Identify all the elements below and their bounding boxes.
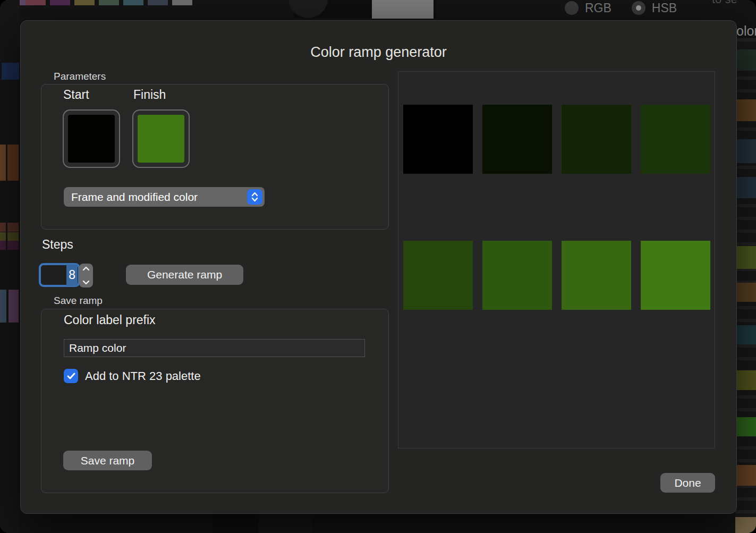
right-color-list-strip — [735, 38, 756, 533]
finish-label: Finish — [133, 88, 166, 102]
ramp-swatch-3[interactable] — [562, 105, 631, 174]
palette-swatch[interactable] — [2, 63, 19, 80]
clipped-color-label: olor — [736, 23, 756, 39]
color-ramp-generator-dialog: Color ramp generator Parameters Start Fi… — [20, 20, 737, 514]
rgb-radio[interactable] — [565, 1, 579, 15]
start-color-well[interactable] — [63, 109, 120, 168]
color-list-item[interactable] — [735, 417, 756, 436]
palette-swatch[interactable] — [74, 0, 95, 5]
ramp-preview-panel — [398, 71, 715, 449]
ramp-mode-dropdown[interactable]: Frame and modified color — [64, 187, 265, 207]
stepper-up-icon — [82, 266, 90, 271]
palette-swatch[interactable] — [9, 290, 19, 323]
rgb-radio-label: RGB — [585, 1, 611, 15]
color-list-item[interactable] — [735, 246, 756, 269]
steps-value-selected-text: 8 — [66, 265, 78, 286]
ramp-swatch-4[interactable] — [641, 105, 710, 174]
palette-swatch[interactable] — [0, 241, 6, 250]
background-panel-seam — [287, 513, 312, 533]
ramp-mode-selected-value: Frame and modified color — [71, 191, 198, 204]
color-list-item[interactable] — [735, 517, 756, 533]
finish-color-chip — [138, 115, 184, 163]
color-list-item[interactable] — [735, 49, 756, 71]
palette-swatch[interactable] — [7, 145, 19, 181]
radio-selected-dot — [636, 5, 641, 11]
checkmark-icon — [67, 373, 75, 379]
palette-swatch[interactable] — [99, 0, 119, 5]
color-list-item[interactable] — [735, 465, 756, 486]
ramp-swatch-2[interactable] — [482, 105, 552, 174]
color-label-prefix-value: Ramp color — [69, 342, 126, 354]
add-to-palette-label: Add to NTR 23 palette — [85, 369, 201, 383]
palette-swatch[interactable] — [0, 223, 6, 232]
color-label-prefix-label: Color label prefix — [64, 313, 156, 327]
add-to-palette-checkbox[interactable] — [64, 369, 78, 383]
dropdown-updown-chevrons-icon — [247, 189, 262, 205]
steps-stepper[interactable] — [79, 264, 93, 287]
color-list-item[interactable] — [735, 139, 756, 163]
color-mode-radio-group: RGB HSB — [565, 0, 677, 16]
palette-swatch[interactable] — [50, 0, 70, 5]
color-label-prefix-input[interactable]: Ramp color — [64, 339, 365, 357]
ramp-swatch-8[interactable] — [641, 241, 710, 310]
palette-swatch[interactable] — [148, 0, 168, 5]
start-color-chip — [68, 115, 115, 163]
palette-swatch[interactable] — [7, 241, 19, 250]
background-panel-seam — [259, 513, 287, 533]
color-list-item[interactable] — [735, 325, 756, 344]
color-list-item[interactable] — [735, 370, 756, 390]
add-to-palette-row: Add to NTR 23 palette — [64, 369, 201, 383]
stepper-down-icon — [82, 280, 90, 285]
hsb-radio-label: HSB — [652, 1, 677, 15]
clipped-text-fragment: to se — [712, 0, 756, 7]
color-list-item[interactable] — [735, 99, 756, 121]
ramp-swatch-1[interactable] — [403, 105, 473, 174]
done-button[interactable]: Done — [660, 473, 715, 493]
color-list-item[interactable] — [735, 283, 756, 302]
palette-swatch[interactable] — [0, 290, 6, 323]
start-label: Start — [63, 88, 89, 102]
hsb-radio[interactable] — [632, 1, 645, 15]
background-slider-handle[interactable] — [372, 0, 434, 19]
background-panel-seam — [213, 513, 259, 533]
dialog-title: Color ramp generator — [21, 44, 736, 61]
ramp-swatch-6[interactable] — [482, 241, 552, 310]
steps-input[interactable]: 8 — [39, 263, 80, 287]
palette-swatch[interactable] — [0, 145, 6, 181]
parameters-section-label: Parameters — [54, 71, 106, 82]
ramp-swatch-5[interactable] — [403, 241, 473, 310]
palette-swatch[interactable] — [7, 232, 19, 241]
palette-swatch[interactable] — [7, 223, 19, 232]
finish-color-well[interactable] — [132, 109, 190, 168]
palette-swatch[interactable] — [123, 0, 143, 5]
palette-swatch[interactable] — [0, 232, 6, 241]
generate-ramp-button[interactable]: Generate ramp — [126, 265, 243, 285]
save-ramp-button[interactable]: Save ramp — [63, 451, 152, 470]
ramp-swatch-7[interactable] — [562, 241, 631, 310]
palette-swatch[interactable] — [172, 0, 192, 5]
screen: RGB HSB to se olor — [0, 0, 756, 533]
save-ramp-section-label: Save ramp — [54, 295, 103, 307]
palette-swatch[interactable] — [26, 0, 46, 5]
steps-label: Steps — [42, 238, 73, 252]
left-palette-strip — [0, 0, 20, 533]
color-list-item[interactable] — [735, 177, 756, 198]
